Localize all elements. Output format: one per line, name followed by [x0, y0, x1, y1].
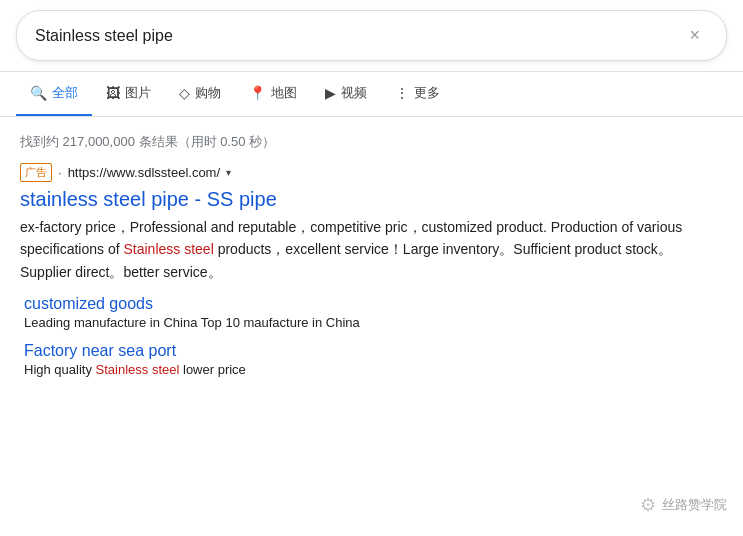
results-count: 找到约 217,000,000 条结果（用时 0.50 秒）: [20, 125, 723, 163]
ad-separator: ·: [58, 165, 62, 180]
image-icon: 🖼: [106, 85, 120, 101]
close-icon[interactable]: ×: [681, 21, 708, 50]
tab-images[interactable]: 🖼 图片: [92, 72, 165, 116]
sitelink-factory-desc: High quality Stainless steel lower price: [24, 362, 723, 377]
tab-maps[interactable]: 📍 地图: [235, 72, 311, 116]
watermark-icon: ⚙: [640, 494, 656, 516]
dropdown-arrow-icon[interactable]: ▾: [226, 167, 231, 178]
nav-tabs: 🔍 全部 🖼 图片 ◇ 购物 📍 地图 ▶ 视频 ⋮ 更多: [0, 72, 743, 117]
search-query-text: Stainless steel pipe: [35, 27, 173, 45]
video-icon: ▶: [325, 85, 336, 101]
factory-desc-after: lower price: [179, 362, 245, 377]
tab-all-label: 全部: [52, 84, 78, 102]
tab-video[interactable]: ▶ 视频: [311, 72, 381, 116]
map-icon: 📍: [249, 85, 266, 101]
ad-result: 广告 · https://www.sdlssteel.com/ ▾ stainl…: [20, 163, 723, 377]
tab-all[interactable]: 🔍 全部: [16, 72, 92, 116]
tab-shopping[interactable]: ◇ 购物: [165, 72, 235, 116]
sitelink-customized-goods-desc: Leading manufacture in China Top 10 mauf…: [24, 315, 723, 330]
ad-result-snippet: ex-factory price，Professional and reputa…: [20, 216, 723, 283]
tab-maps-label: 地图: [271, 84, 297, 102]
tab-more-label: 更多: [414, 84, 440, 102]
search-bar[interactable]: Stainless steel pipe ×: [16, 10, 727, 61]
snippet-highlight: Stainless steel: [124, 241, 214, 257]
sitelink-customized-goods-title[interactable]: customized goods: [24, 295, 723, 313]
results-area: 找到约 217,000,000 条结果（用时 0.50 秒） 广告 · http…: [0, 117, 743, 413]
sitelinks: customized goods Leading manufacture in …: [20, 295, 723, 377]
sitelink-factory: Factory near sea port High quality Stain…: [24, 342, 723, 377]
factory-desc-highlight: Stainless steel: [96, 362, 180, 377]
tab-video-label: 视频: [341, 84, 367, 102]
ad-result-title[interactable]: stainless steel pipe - SS pipe: [20, 186, 723, 212]
search-bar-container: Stainless steel pipe ×: [0, 0, 743, 72]
more-icon: ⋮: [395, 85, 409, 101]
tab-more[interactable]: ⋮ 更多: [381, 72, 454, 116]
tab-shopping-label: 购物: [195, 84, 221, 102]
factory-desc-plain: High quality: [24, 362, 96, 377]
ad-url[interactable]: https://www.sdlssteel.com/: [68, 165, 220, 180]
watermark-text: 丝路赞学院: [662, 496, 727, 514]
watermark: ⚙ 丝路赞学院: [640, 494, 727, 516]
ad-badge: 广告: [20, 163, 52, 182]
tab-images-label: 图片: [125, 84, 151, 102]
ad-url-line: 广告 · https://www.sdlssteel.com/ ▾: [20, 163, 723, 182]
sitelink-customized-goods: customized goods Leading manufacture in …: [24, 295, 723, 330]
search-icon: 🔍: [30, 85, 47, 101]
sitelink-factory-title[interactable]: Factory near sea port: [24, 342, 723, 360]
shopping-icon: ◇: [179, 85, 190, 101]
